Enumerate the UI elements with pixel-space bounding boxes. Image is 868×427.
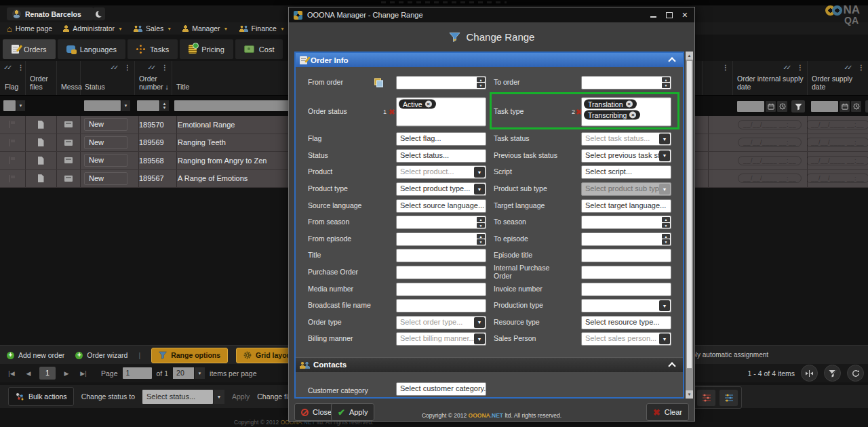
spinner-buttons[interactable] bbox=[477, 77, 485, 88]
select-all-icon[interactable] bbox=[3, 64, 12, 71]
tab-pricing[interactable]: Pricing bbox=[180, 39, 233, 59]
minimize-button[interactable] bbox=[650, 16, 656, 18]
column-header-status[interactable]: Status bbox=[80, 61, 135, 95]
document-icon[interactable] bbox=[38, 138, 44, 146]
spin-up-icon[interactable] bbox=[662, 217, 670, 222]
spin-up-icon[interactable] bbox=[477, 217, 485, 222]
spinner-buttons[interactable] bbox=[662, 217, 670, 228]
column-header-message[interactable]: Messa bbox=[56, 61, 81, 95]
tab-cost[interactable]: Cost bbox=[235, 39, 283, 59]
calendar-icon[interactable] bbox=[840, 101, 850, 112]
column-header-order-number[interactable]: Order number ↓ bbox=[134, 61, 172, 95]
list-view-red-button[interactable] bbox=[697, 390, 715, 406]
column-header-flag[interactable]: Flag bbox=[0, 61, 26, 95]
spinner-buttons[interactable] bbox=[477, 217, 485, 228]
filter-funnel-icon[interactable] bbox=[791, 100, 805, 113]
row-message-cell[interactable] bbox=[56, 170, 81, 188]
collapse-chevron-icon[interactable] bbox=[668, 362, 675, 369]
refresh-button[interactable] bbox=[847, 365, 864, 382]
first-page-button[interactable]: |◀ bbox=[5, 370, 18, 377]
product-input[interactable]: Select product... bbox=[396, 165, 486, 179]
spin-down-icon[interactable] bbox=[477, 223, 485, 228]
collapse-chevron-icon[interactable] bbox=[668, 57, 675, 64]
column-header-order-files[interactable]: Order files bbox=[25, 61, 57, 95]
last-page-button[interactable]: ▶| bbox=[77, 370, 90, 377]
bulk-apply-button[interactable]: Apply bbox=[232, 392, 250, 401]
to-episode-input[interactable] bbox=[581, 232, 671, 246]
source-language-input[interactable]: Select source language... bbox=[396, 199, 486, 213]
spin-down-icon[interactable] bbox=[662, 83, 670, 88]
maximize-button[interactable] bbox=[666, 12, 673, 18]
dialog-title-bar[interactable]: OOONA Manager - Change Range bbox=[289, 7, 694, 22]
bulk-actions-button[interactable]: Bulk actions bbox=[8, 387, 74, 406]
remove-tag-icon[interactable] bbox=[626, 101, 633, 108]
select-all-icon[interactable] bbox=[147, 64, 156, 71]
target-language-input[interactable]: Select target language... bbox=[581, 199, 671, 213]
select-all-icon[interactable] bbox=[844, 64, 852, 71]
order-wizard-button[interactable]: Order wizard bbox=[75, 351, 127, 359]
task-status-input[interactable]: Select task status... bbox=[581, 132, 671, 146]
media-number-input[interactable] bbox=[396, 283, 486, 296]
spin-down-icon[interactable] bbox=[662, 239, 670, 245]
dropdown-arrow-icon[interactable] bbox=[474, 317, 485, 328]
row-message-cell[interactable] bbox=[56, 134, 81, 152]
range-options-button[interactable]: Range options bbox=[151, 348, 228, 363]
message-icon[interactable] bbox=[64, 121, 73, 127]
spin-up-icon[interactable] bbox=[477, 234, 485, 239]
spin-up-icon[interactable] bbox=[477, 77, 485, 83]
row-files-cell[interactable] bbox=[25, 134, 57, 152]
production-type-input[interactable] bbox=[581, 299, 671, 312]
row-flag-cell[interactable] bbox=[0, 152, 26, 169]
contacts-section-header[interactable]: Contacts bbox=[296, 357, 683, 372]
remove-tag-icon[interactable] bbox=[629, 112, 636, 119]
scroll-down-icon[interactable] bbox=[686, 390, 693, 399]
product-sub-type-input[interactable]: Select product sub type... bbox=[581, 182, 671, 196]
order-type-input[interactable]: Select order type... bbox=[396, 316, 486, 329]
title-input[interactable] bbox=[396, 249, 486, 262]
scroll-up-icon[interactable] bbox=[686, 52, 693, 60]
sales-person-input[interactable]: Select sales person... bbox=[581, 332, 671, 346]
message-icon[interactable] bbox=[64, 157, 73, 163]
dropdown-arrow-icon[interactable] bbox=[474, 333, 485, 344]
add-new-order-button[interactable]: Add new order bbox=[7, 351, 64, 359]
dropdown-arrow-icon[interactable] bbox=[659, 333, 670, 344]
row-message-cell[interactable] bbox=[56, 116, 81, 134]
filter-funnel-icon[interactable] bbox=[865, 100, 868, 113]
tag-input[interactable]: Active bbox=[396, 98, 486, 127]
fit-columns-button[interactable] bbox=[801, 365, 818, 382]
column-menu-icon[interactable] bbox=[18, 64, 24, 71]
column-header-hidden[interactable] bbox=[702, 61, 733, 95]
column-menu-icon[interactable] bbox=[722, 64, 729, 71]
resource-type-input[interactable]: Select resource type... bbox=[581, 316, 671, 329]
row-flag-cell[interactable] bbox=[0, 134, 26, 152]
menu-item-finance[interactable]: Finance bbox=[239, 24, 285, 33]
to-season-input[interactable] bbox=[581, 216, 671, 229]
column-menu-icon[interactable] bbox=[161, 64, 168, 71]
select-all-icon[interactable] bbox=[110, 64, 119, 71]
bulk-status-select[interactable]: Select status... bbox=[142, 390, 224, 404]
order-info-section-header[interactable]: Order Info bbox=[296, 53, 683, 67]
message-icon[interactable] bbox=[64, 140, 73, 146]
internal-supply-date-filter[interactable] bbox=[737, 100, 805, 113]
spin-down-icon[interactable] bbox=[477, 83, 485, 88]
document-icon[interactable] bbox=[38, 157, 44, 165]
document-icon[interactable] bbox=[38, 121, 44, 129]
dropdown-arrow-icon[interactable] bbox=[474, 184, 485, 195]
spinner-buttons[interactable] bbox=[662, 77, 670, 88]
column-menu-icon[interactable] bbox=[797, 64, 804, 71]
list-view-multi-button[interactable] bbox=[719, 390, 738, 406]
column-menu-icon[interactable] bbox=[124, 64, 131, 71]
spin-up-icon[interactable] bbox=[662, 234, 670, 239]
select-all-icon[interactable] bbox=[783, 64, 791, 71]
clock-icon[interactable] bbox=[851, 101, 861, 112]
clock-icon[interactable] bbox=[777, 101, 787, 112]
row-message-cell[interactable] bbox=[56, 152, 81, 169]
flag-filter[interactable] bbox=[3, 100, 25, 111]
close-window-button[interactable] bbox=[682, 12, 688, 18]
dropdown-arrow-icon[interactable] bbox=[659, 184, 670, 195]
invoice-number-input[interactable] bbox=[581, 283, 671, 296]
spinner-buttons[interactable] bbox=[662, 234, 670, 245]
tab-languages[interactable]: Languages bbox=[58, 39, 125, 59]
row-files-cell[interactable] bbox=[25, 152, 57, 169]
product-type-input[interactable]: Select product type... bbox=[396, 182, 486, 196]
